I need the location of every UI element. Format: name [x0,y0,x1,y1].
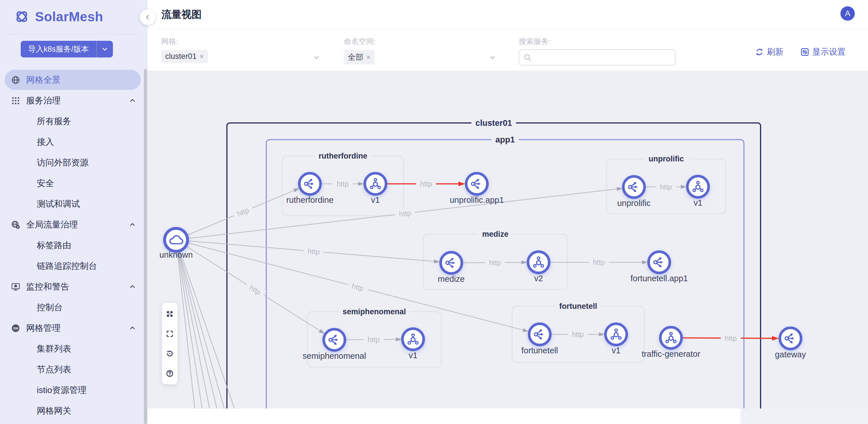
node-label: fortunetell.app1 [630,274,688,283]
graph-node-unprolific-app1[interactable] [466,173,488,194]
chevron-down-icon [101,46,108,53]
svg-text:http: http [368,335,380,343]
sidebar-subitem-接入[interactable]: 接入 [0,131,148,152]
sidebar-item-mesh-overview[interactable]: 网格全景 [0,69,148,90]
namespace-filter-label: 命名空间: [344,36,376,47]
sidebar-subitem-标签路由[interactable]: 标签路由 [0,235,148,256]
reset-icon [166,350,174,358]
graph-node-medize-v2[interactable] [528,252,549,273]
help-button[interactable] [162,363,178,383]
edge-protocol-label: http [589,258,609,267]
bottom-strip [148,408,741,424]
graph-node-semiphenomenal-v1[interactable] [402,329,424,350]
sidebar-subitem-label: 所有服务 [37,116,71,127]
search-box[interactable] [519,50,676,65]
fit-view-icon [166,330,174,338]
svg-text:http: http [593,258,605,266]
node-label: v1 [694,198,703,207]
node-label: semiphenomenal [303,351,366,361]
mesh-filter-tag[interactable]: cluster01 × [161,50,208,63]
node-label: medize [438,274,465,283]
sidebar-scrollbar[interactable] [144,69,147,424]
mesh-tag-remove-icon[interactable]: × [199,52,204,61]
graph-node-gateway[interactable] [780,328,801,349]
import-k8s-button-label[interactable]: 导入k8s服务/版本 [21,41,97,57]
sidebar-item-service-governance[interactable]: 服务治理 [0,90,148,111]
globe-gear-icon [11,220,21,230]
refresh-label: 刷新 [767,46,783,58]
graph-node-unknown[interactable] [164,229,188,251]
sidebar-item-global-traffic[interactable]: 全局流量治理 [0,214,148,235]
node-label: traffic-generator [642,349,701,359]
edge-protocol-label: http [232,203,254,220]
sidebar-item-label: 全局流量治理 [26,219,78,231]
graph-node-fortunetell-v1[interactable] [606,324,627,345]
namespace-select-chevron-icon[interactable] [489,54,496,61]
display-settings-button[interactable]: 显示设置 [800,46,846,58]
namespace-tag-remove-icon[interactable]: × [366,53,371,62]
sidebar-item-monitoring-alerts[interactable]: 监控和警告 [0,276,148,297]
box-label-rutherfordine-group: rutherfordine [318,152,367,160]
reset-button[interactable] [162,343,178,363]
display-settings-label: 显示设置 [812,46,846,58]
sidebar-subitem-所有服务[interactable]: 所有服务 [0,111,148,131]
import-k8s-caret-button[interactable] [97,41,113,57]
search-input[interactable] [535,53,675,62]
sidebar-subitem-测试和调试[interactable]: 测试和调试 [0,193,148,214]
namespace-filter-tag[interactable]: 全部 × [344,50,375,64]
sidebar-subitem-集群列表[interactable]: 集群列表 [0,338,148,359]
chevron-left-icon [144,13,151,21]
dots-grid-icon [11,96,21,105]
graph-node-unprolific-v1[interactable] [687,176,709,198]
page-header: 流量视图 A [148,0,868,29]
sidebar-subitem-安全[interactable]: 安全 [0,173,148,193]
sidebar-subitem-访问外部资源[interactable]: 访问外部资源 [0,152,148,173]
mesh-select-chevron-icon[interactable] [313,54,320,61]
fit-view-button[interactable] [162,324,178,343]
sidebar-subitem-label: 标签路由 [37,240,71,251]
mesh-filter-label: 网格: [161,36,208,47]
import-k8s-button[interactable]: 导入k8s服务/版本 [21,41,113,57]
traffic-graph-canvas[interactable]: httphttphttphttphttphttphttphttphttphttp… [148,71,868,408]
sidebar-subitem-istio资源管理[interactable]: istio资源管理 [0,380,148,400]
graph-node-rutherfordine-v1[interactable] [365,173,386,194]
sidebar-subitem-链路追踪控制台[interactable]: 链路追踪控制台 [0,256,148,276]
traffic-graph[interactable]: httphttphttphttphttphttphttphttphttphttp… [148,71,868,408]
sidebar-subitem-节点列表[interactable]: 节点列表 [0,359,148,380]
edge-protocol-label: http [416,179,436,189]
graph-node-traffic-generator[interactable] [660,327,682,349]
edge-protocol-label: http [364,335,384,345]
graph-node-semiphenomenal[interactable] [324,329,345,351]
sidebar-collapse-button[interactable] [140,9,155,25]
sidebar-item-label: 网格管理 [26,322,61,334]
box-label-medize-group: medize [482,230,509,238]
sidebar-subitem-label: 接入 [37,136,54,148]
box-label-semiphenomenal-group: semiphenomenal [343,307,406,316]
sidebar-subitem-控制台[interactable]: 控制台 [0,297,148,318]
sidebar-subitem-label: 控制台 [37,302,63,313]
edge-protocol-label: http [303,246,324,257]
sidebar-subitem-label: 测试和调试 [37,198,80,210]
refresh-icon [755,48,764,57]
svg-text:http: http [725,334,737,342]
chevron-up-icon [129,97,136,104]
sidebar-subitem-label: 集群列表 [37,343,71,355]
sidebar-item-mesh-management[interactable]: 网格管理 [0,318,148,338]
graph-node-fortunetell[interactable] [529,324,550,345]
refresh-button[interactable]: 刷新 [755,46,783,58]
sidebar-subitem-label: 访问外部资源 [37,157,89,169]
node-label: v1 [612,346,621,355]
avatar[interactable]: A [840,6,855,21]
chevron-up-icon [129,283,136,291]
sidebar: SolarMesh 导入k8s服务/版本 网格全景服务治理所有服务接入访问外部资… [0,0,148,424]
graph-node-medize[interactable] [441,252,462,273]
search-service-label: 搜索服务: [519,36,676,47]
graph-node-fortunetell-app1[interactable] [649,252,670,273]
graph-node-rutherfordine[interactable] [299,173,320,194]
filter-bar: 网格: cluster01 × 命名空间: 全部 × [148,29,868,71]
graph-node-unprolific[interactable] [623,176,645,198]
sidebar-subitem-网格网关[interactable]: 网格网关 [0,400,148,421]
svg-text:http: http [660,183,672,191]
expand-button[interactable] [162,304,178,324]
node-label: rutherfordine [286,195,334,205]
